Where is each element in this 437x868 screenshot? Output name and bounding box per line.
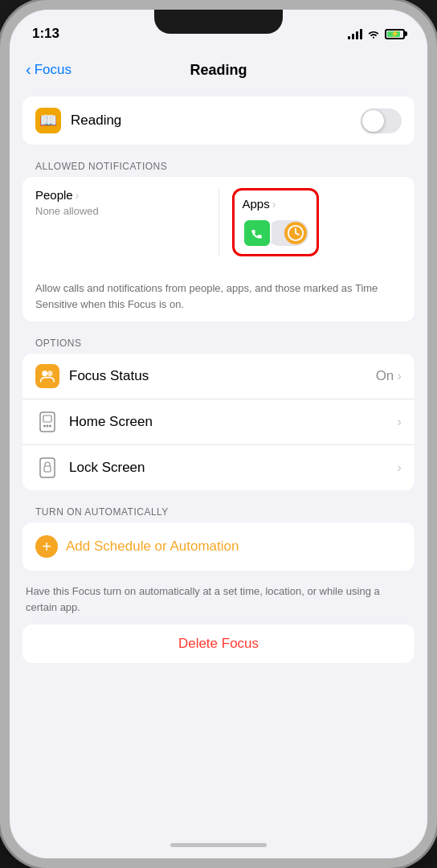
- options-header: OPTIONS: [22, 328, 415, 354]
- focus-status-label: Focus Status: [69, 368, 149, 384]
- delete-focus-card: Delete Focus: [22, 624, 415, 663]
- battery-icon: ⚡: [385, 29, 405, 39]
- delete-focus-row[interactable]: Delete Focus: [22, 624, 415, 663]
- focus-status-value: On: [376, 368, 394, 384]
- turn-on-automatically-header: TURN ON AUTOMATICALLY: [22, 497, 415, 522]
- svg-rect-4: [43, 416, 51, 422]
- home-screen-chevron-icon: ›: [397, 414, 402, 430]
- allow-description: Allow calls and notifications from peopl…: [22, 274, 415, 321]
- reading-toggle-card: 📖 Reading: [22, 96, 415, 145]
- svg-point-7: [49, 425, 51, 428]
- svg-point-6: [47, 425, 49, 428]
- phone-frame: 1:13 ⚡ ‹: [0, 0, 437, 868]
- home-bar: [10, 831, 427, 858]
- back-label: Focus: [35, 62, 71, 78]
- lock-screen-right: ›: [397, 460, 402, 476]
- lock-screen-chevron-icon: ›: [397, 460, 402, 476]
- lock-screen-icon: [35, 456, 59, 480]
- apps-red-border: Apps ›: [232, 188, 319, 256]
- focus-status-icon: [35, 364, 59, 388]
- notifications-card: People › None allowed Apps ›: [22, 177, 415, 321]
- people-title: People ›: [35, 188, 206, 202]
- home-screen-icon: [35, 410, 59, 434]
- notifications-inner: People › None allowed Apps ›: [22, 177, 415, 268]
- status-time: 1:13: [32, 26, 59, 42]
- reading-label: Reading: [71, 113, 121, 129]
- add-schedule-label: Add Schedule or Automation: [66, 538, 239, 555]
- notif-row: People › None allowed Apps ›: [35, 188, 402, 256]
- focus-status-item[interactable]: Focus Status On ›: [22, 354, 415, 399]
- apps-title: Apps ›: [243, 197, 308, 211]
- home-screen-item[interactable]: Home Screen ›: [22, 399, 415, 445]
- wifi-icon: [367, 29, 380, 39]
- back-chevron-icon: ‹: [26, 60, 31, 79]
- back-button[interactable]: ‹ Focus: [26, 61, 71, 79]
- status-icons: ⚡: [348, 28, 405, 39]
- app-icons-row: [243, 219, 308, 248]
- time-sensitive-toggle: [267, 220, 308, 246]
- clock-icon: [284, 222, 307, 244]
- svg-point-1: [42, 371, 47, 376]
- scroll-content: 📖 Reading ALLOWED NOTIFICATIONS: [10, 90, 427, 831]
- svg-rect-8: [40, 458, 55, 477]
- screen: 1:13 ⚡ ‹: [10, 10, 427, 858]
- reading-toggle[interactable]: [361, 108, 402, 133]
- apps-chevron-icon: ›: [272, 198, 276, 211]
- lock-screen-label: Lock Screen: [69, 460, 145, 476]
- page-title: Reading: [190, 62, 247, 79]
- reading-left: 📖 Reading: [35, 108, 121, 133]
- options-card: Focus Status On ›: [22, 354, 415, 490]
- home-screen-right: ›: [397, 414, 402, 430]
- home-screen-label: Home Screen: [69, 414, 153, 430]
- add-schedule-row[interactable]: + Add Schedule or Automation: [22, 522, 415, 571]
- svg-point-5: [43, 425, 46, 428]
- focus-status-right: On ›: [376, 368, 402, 384]
- nav-bar: ‹ Focus Reading: [10, 50, 427, 90]
- focus-status-chevron-icon: ›: [397, 368, 402, 384]
- home-screen-left: Home Screen: [35, 410, 153, 434]
- reading-row: 📖 Reading: [22, 96, 415, 145]
- plus-circle-icon: +: [35, 535, 58, 558]
- vertical-divider: [218, 188, 219, 256]
- add-schedule-card: + Add Schedule or Automation: [22, 522, 415, 571]
- toggle-knob: [362, 110, 384, 132]
- people-subtitle: None allowed: [35, 205, 206, 217]
- notch: [154, 10, 283, 34]
- automation-description: Have this Focus turn on automatically at…: [22, 577, 415, 624]
- allowed-notifications-header: ALLOWED NOTIFICATIONS: [22, 151, 415, 177]
- lock-screen-left: Lock Screen: [35, 456, 145, 480]
- focus-status-left: Focus Status: [35, 364, 149, 388]
- phone-app-icon: [243, 219, 272, 248]
- people-chevron-icon: ›: [76, 189, 80, 202]
- reading-icon: 📖: [35, 108, 61, 133]
- lock-screen-item[interactable]: Lock Screen ›: [22, 445, 415, 490]
- apps-col[interactable]: Apps ›: [232, 188, 402, 256]
- delete-focus-label: Delete Focus: [178, 636, 259, 651]
- svg-rect-9: [44, 466, 51, 472]
- signal-bars-icon: [348, 28, 362, 39]
- svg-point-2: [47, 371, 53, 376]
- people-col[interactable]: People › None allowed: [35, 188, 206, 256]
- home-indicator: [170, 843, 267, 847]
